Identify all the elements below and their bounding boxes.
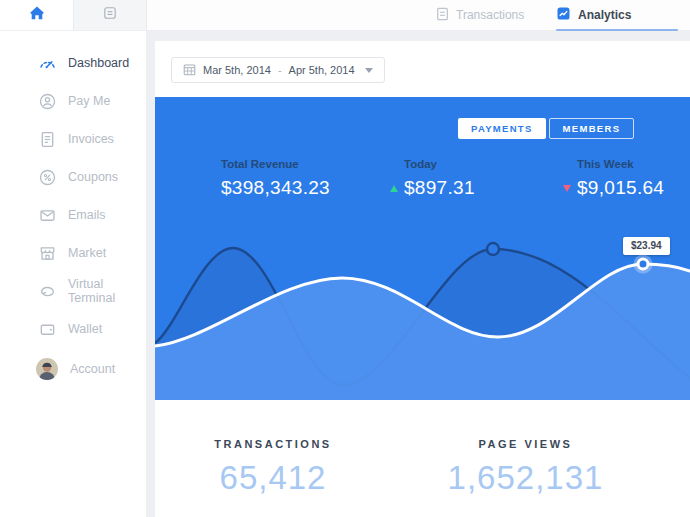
- sidebar-item-label: Virtual Terminal: [68, 277, 146, 305]
- trend-up-icon: [390, 185, 398, 192]
- sidebar-item-emails[interactable]: Emails: [0, 196, 146, 234]
- stat-label: Today: [404, 158, 475, 170]
- date-range-end: Apr 5th, 2014: [289, 64, 355, 76]
- stat-label: Total Revenue: [221, 158, 330, 170]
- home-icon: [28, 4, 46, 26]
- sidebar-item-label: Emails: [68, 208, 106, 222]
- tab-analytics-label: Analytics: [578, 8, 631, 22]
- white-series-marker[interactable]: [638, 259, 648, 269]
- document-icon: [436, 7, 449, 24]
- date-range-separator: -: [278, 64, 282, 76]
- members-toggle-button[interactable]: MEMBERS: [549, 118, 635, 139]
- chart-tooltip: $23.94: [623, 237, 670, 255]
- sidebar-item-account[interactable]: Account: [0, 348, 146, 390]
- tab-home[interactable]: [0, 0, 73, 30]
- storefront-icon: [38, 244, 57, 263]
- percent-icon: [38, 168, 57, 187]
- date-range-picker[interactable]: Mar 5th, 2014 - Apr 5th, 2014: [171, 57, 385, 83]
- stat-today: Today $897.31: [390, 158, 475, 199]
- sidebar-item-label: Wallet: [68, 322, 102, 336]
- wallet-icon: [38, 320, 57, 339]
- sidebar-item-label: Market: [68, 246, 106, 260]
- tab-transactions-label: Transactions: [456, 8, 524, 22]
- stat-value: $9,015.64: [577, 177, 664, 199]
- sidebar-item-label: Dashboard: [68, 56, 129, 70]
- sidebar-item-virtual-terminal[interactable]: Virtual Terminal: [0, 272, 146, 310]
- series-toggle: PAYMENTS MEMBERS: [458, 118, 634, 139]
- calendar-icon: [183, 63, 196, 78]
- payments-toggle-button[interactable]: PAYMENTS: [458, 118, 546, 139]
- sidebar-item-coupons[interactable]: Coupons: [0, 158, 146, 196]
- bottom-stat-label: TRANSACTIONS: [163, 438, 383, 450]
- person-icon: [38, 92, 57, 111]
- sidebar-item-invoices[interactable]: Invoices: [0, 120, 146, 158]
- tab-analytics[interactable]: Analytics: [556, 0, 631, 30]
- terminal-icon: [38, 282, 57, 301]
- analytics-chart-panel: PAYMENTS MEMBERS Total Revenue $398,343.…: [155, 97, 690, 400]
- sidebar-item-wallet[interactable]: Wallet: [0, 310, 146, 348]
- gauge-icon: [38, 54, 57, 73]
- sidebar-item-label: Pay Me: [68, 94, 110, 108]
- sidebar-item-dashboard[interactable]: Dashboard: [0, 44, 146, 82]
- avatar: [35, 357, 59, 381]
- sidebar-item-label: Account: [70, 362, 115, 376]
- stat-value: $897.31: [404, 177, 475, 199]
- envelope-icon: [38, 206, 57, 225]
- top-bar: Transactions Analytics: [0, 0, 690, 31]
- sidebar-item-label: Invoices: [68, 132, 114, 146]
- stat-label: This Week: [577, 158, 664, 170]
- bottom-stat-transactions: TRANSACTIONS 65,412: [163, 438, 383, 497]
- bottom-stat-label: PAGE VIEWS: [413, 438, 638, 450]
- main-card: Mar 5th, 2014 - Apr 5th, 2014 PAYMENTS M…: [155, 41, 690, 517]
- sidebar-item-pay-me[interactable]: Pay Me: [0, 82, 146, 120]
- active-tab-underline: [556, 29, 678, 31]
- list-icon: [102, 5, 118, 25]
- bottom-stat-page-views: PAGE VIEWS 1,652,131: [413, 438, 638, 497]
- area-chart-canvas[interactable]: [155, 97, 690, 400]
- invoice-icon: [38, 130, 57, 149]
- sidebar: Dashboard Pay Me Invoices Coupons Emails…: [0, 31, 146, 517]
- sidebar-item-label: Coupons: [68, 170, 118, 184]
- tab-list[interactable]: [73, 0, 147, 30]
- trend-down-icon: [563, 185, 571, 192]
- stat-total-revenue: Total Revenue $398,343.23: [221, 158, 330, 199]
- tab-transactions[interactable]: Transactions: [436, 0, 524, 30]
- bottom-stat-value: 65,412: [163, 459, 383, 497]
- date-range-start: Mar 5th, 2014: [203, 64, 271, 76]
- stat-value: $398,343.23: [221, 177, 330, 199]
- bottom-stat-value: 1,652,131: [413, 459, 638, 497]
- dark-series-marker[interactable]: [487, 243, 499, 255]
- analytics-icon: [556, 6, 571, 24]
- stat-this-week: This Week $9,015.64: [563, 158, 664, 199]
- chevron-down-icon: [365, 68, 373, 73]
- sidebar-item-market[interactable]: Market: [0, 234, 146, 272]
